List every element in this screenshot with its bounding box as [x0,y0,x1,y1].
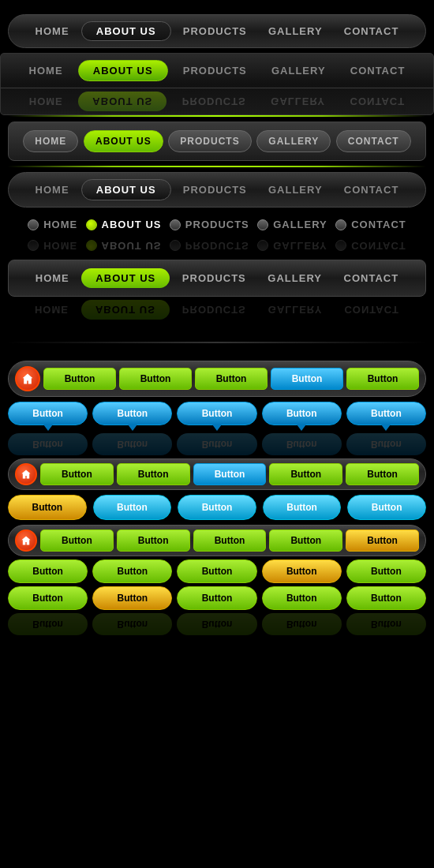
nav2-home[interactable]: HOME [20,62,73,80]
btn-oval-2[interactable]: Button [92,559,172,583]
button-oval-row-2: Button Button Button Button Button [8,586,426,610]
btn-pill-r-5: Button [346,433,426,455]
btn-oval-5[interactable]: Button [346,559,426,583]
btn-row1-3[interactable]: Button [195,368,268,390]
btn-oval-r-3: Button [177,613,256,635]
nav5-contact[interactable]: CONTACT [335,219,406,230]
radio-gallery [257,219,268,230]
nav6-about[interactable]: ABOUT US [81,268,170,288]
btn-oval2-5[interactable]: Button [346,586,426,610]
nav2-gallery-reflect: GALLERY [261,92,335,110]
btn-row5-4[interactable]: Button [269,529,342,552]
home-icon-button-2[interactable] [15,463,37,485]
nav2-gallery[interactable]: GALLERY [262,62,335,80]
nav5-about[interactable]: ABOUT US [86,219,162,230]
nav3-contact[interactable]: CONTACT [336,130,411,152]
btn-oval-1[interactable]: Button [8,559,88,583]
btn-row1-4[interactable]: Button [271,368,343,390]
nav5-gallery-r: GALLERY [257,240,327,252]
btn-oval-3[interactable]: Button [177,559,256,583]
btn-oval2-gold[interactable]: Button [92,586,172,610]
nav4-products[interactable]: PRODUCTS [174,181,256,199]
btn-row3-1[interactable]: Button [40,463,114,485]
btn-row3-3[interactable]: Button [193,463,267,485]
btn-oval-r-4: Button [262,613,342,635]
btn-pill-r-4: Button [262,433,342,455]
navbar-6-wrap: HOME ABOUT US PRODUCTS GALLERY CONTACT H… [8,260,426,323]
radio-products [170,219,181,230]
navbar-5: HOME ABOUT US PRODUCTS GALLERY CONTACT [8,212,426,255]
navbar-5-top: HOME ABOUT US PRODUCTS GALLERY CONTACT [8,212,426,237]
home-icon-2 [21,469,32,480]
nav3-products[interactable]: PRODUCTS [168,130,251,152]
btn-row5-gold[interactable]: Button [346,529,419,552]
btn-row1-1[interactable]: Button [43,368,116,390]
nav5-products-label: PRODUCTS [185,219,249,230]
section-divider [8,342,426,343]
nav1-about[interactable]: ABOUT US [81,21,171,41]
nav4-gallery[interactable]: GALLERY [259,181,332,199]
btn-pill-2[interactable]: Button [92,402,172,425]
nav2-products[interactable]: PRODUCTS [174,62,256,80]
btn-row1-2[interactable]: Button [119,368,192,390]
navbar-2-top: HOME ABOUT US PRODUCTS GALLERY CONTACT [1,54,433,88]
nav2-about[interactable]: ABOUT US [78,60,168,81]
nav2-products-reflect: PRODUCTS [173,92,256,110]
button-bar-3: Button Button Button Button Button [8,525,426,556]
nav4-about[interactable]: ABOUT US [81,179,171,200]
btn-row5-2[interactable]: Button [117,529,190,552]
home-icon-3 [21,535,32,546]
nav1-contact[interactable]: CONTACT [335,22,409,40]
btn-row3-2[interactable]: Button [117,463,190,485]
nav6-products[interactable]: PRODUCTS [173,269,256,287]
buttons-section: Button Button Button Button Button Butto… [0,350,434,645]
btn-row5-1[interactable]: Button [40,529,114,552]
btn-pill-1[interactable]: Button [8,402,88,425]
btn-row3-5[interactable]: Button [346,463,419,485]
btn-oval-gold[interactable]: Button [262,559,342,583]
nav2-contact-reflect: CONTACT [341,92,415,110]
nav5-gallery[interactable]: GALLERY [257,219,327,230]
nav1-home[interactable]: HOME [26,22,79,40]
nav4-home[interactable]: HOME [26,181,79,199]
nav5-gallery-label: GALLERY [273,219,327,230]
nav6-gallery[interactable]: GALLERY [258,269,331,287]
nav3-gallery[interactable]: GALLERY [256,130,331,152]
btn-pill-3[interactable]: Button [177,402,256,425]
navbar-6-reflection: HOME ABOUT US PRODUCTS GALLERY CONTACT [8,297,426,323]
btn-mix-2[interactable]: Button [93,495,172,520]
btn-row5-3[interactable]: Button [193,529,267,552]
nav5-products[interactable]: PRODUCTS [170,219,249,230]
green-accent-line-2 [8,166,426,167]
btn-mix-1[interactable]: Button [8,495,87,520]
nav6-contact[interactable]: CONTACT [335,269,409,287]
nav5-products-r: PRODUCTS [170,240,249,252]
navbar-2: HOME ABOUT US PRODUCTS GALLERY CONTACT H… [0,53,434,115]
nav5-contact-r: CONTACT [335,240,406,252]
button-oval-row-1: Button Button Button Button Button [8,559,426,583]
nav2-contact[interactable]: CONTACT [341,62,415,80]
nav3-about[interactable]: ABOUT US [84,130,163,152]
nav3-home[interactable]: HOME [23,130,78,152]
btn-mix-4[interactable]: Button [263,495,342,520]
nav4-contact[interactable]: CONTACT [335,181,409,199]
btn-pill-5[interactable]: Button [346,402,426,425]
btn-oval2-1[interactable]: Button [8,586,88,610]
btn-row3-4[interactable]: Button [269,463,342,485]
btn-mix-5[interactable]: Button [347,495,426,520]
home-icon-button-3[interactable] [15,529,37,552]
btn-oval2-3[interactable]: Button [177,586,256,610]
nav5-home[interactable]: HOME [28,219,77,230]
nav6-home[interactable]: HOME [26,269,79,287]
btn-mix-3[interactable]: Button [178,495,256,520]
radio-contact-r [335,241,346,252]
home-icon-button[interactable] [15,366,40,391]
btn-oval2-4[interactable]: Button [262,586,342,610]
radio-gallery-r [257,241,268,252]
nav1-gallery[interactable]: GALLERY [259,22,332,40]
nav1-products[interactable]: PRODUCTS [174,22,256,40]
btn-row1-5[interactable]: Button [346,368,419,390]
navbar-2-reflection: HOME ABOUT US PRODUCTS GALLERY CONTACT [1,88,433,114]
btn-pill-4[interactable]: Button [262,402,342,425]
button-bar-2: Button Button Button Button Button [8,458,426,490]
